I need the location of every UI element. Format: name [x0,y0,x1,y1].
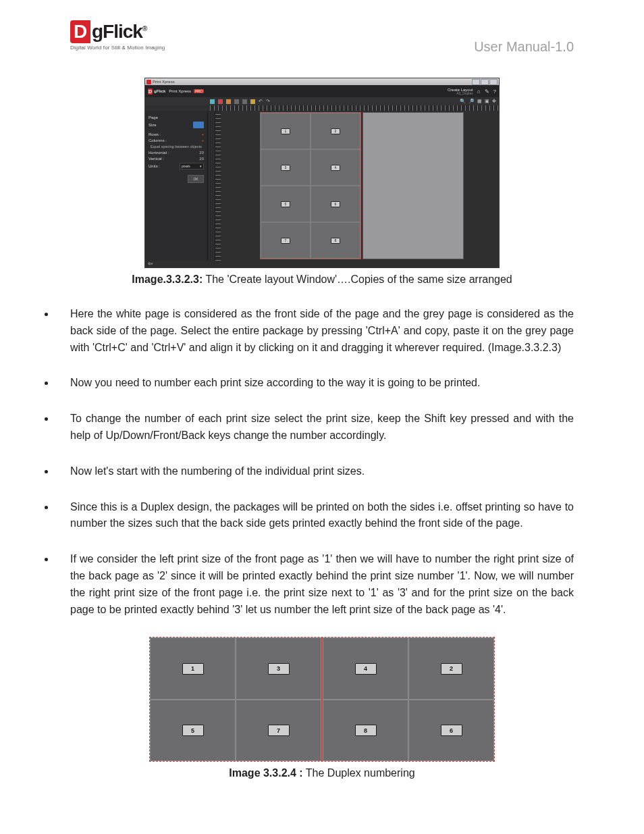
grid-cell: 5 [150,700,236,762]
rows-add-icon[interactable]: + [201,132,204,136]
brand-logo: D gFlick® Digital World for Still & Moti… [70,20,165,51]
figure2-caption: Image 3.3.2.4 : The Duplex numbering [70,767,574,779]
rows-label: Rows : [149,132,161,136]
minimize-icon[interactable] [472,79,480,85]
grid-cell: 1 [150,637,236,700]
pro-badge: PRO [194,89,204,93]
brand-text: gFlick [154,89,165,93]
cell-number: 2 [441,663,462,675]
undo-icon[interactable]: ↶ [259,99,263,104]
tool-icon[interactable] [226,99,231,104]
back-sheet[interactable] [363,112,464,259]
list-item: If we consider the left print size of th… [55,551,574,618]
cell-number[interactable]: 7 [281,238,290,244]
grid-cell: 6 [408,700,494,762]
front-page-grid: 1 3 5 7 [150,637,323,761]
window-titlebar: Print Xpress [145,78,499,85]
cell-number[interactable]: 4 [331,165,340,171]
cell-number: 3 [268,663,290,675]
chevron-down-icon: ▾ [200,164,202,168]
units-select[interactable]: pixels▾ [180,163,204,170]
cell-number: 1 [182,663,204,675]
tool-icon[interactable] [234,99,239,104]
grid-cell: 7 [236,700,321,762]
horiz-label: Horizontal : [149,151,169,155]
fit-icon[interactable]: ▦ [477,99,482,104]
app-bar: D gFlick Print Xpress PRO Create Layout … [145,85,499,97]
canvas[interactable]: 1 2 3 4 5 6 7 8 [221,111,499,261]
pin-icon[interactable]: ✎ [485,88,489,95]
cell-number[interactable]: 2 [331,128,340,134]
units-label: Units : [149,164,160,168]
cell-number: 4 [355,663,377,675]
logo-registered: ® [142,25,146,32]
grid-button[interactable] [193,122,204,128]
cell-number: 6 [441,725,462,736]
units-value: pixels [182,164,190,168]
page-label: Page [149,115,158,120]
ruler-vertical [215,111,221,261]
grid-cell: 3 [236,637,321,700]
close-icon[interactable] [489,79,498,85]
window-controls[interactable] [472,79,498,85]
instruction-list: Here the white page is considered as the… [70,306,574,618]
cols-add-icon[interactable]: + [201,138,204,142]
logo-word: gFlick [92,21,142,42]
side-panel: Page Size Rows :+ Columns :+ Equal spaci… [145,111,207,261]
help-icon[interactable]: ? [493,88,496,95]
tool-icon[interactable] [242,99,247,104]
list-item: Now let's start with the numbering of th… [55,463,574,480]
front-sheet[interactable]: 1 2 3 4 5 6 7 8 [260,112,361,259]
tool-icon[interactable] [210,99,215,104]
product-name: Print Xpress [169,89,191,93]
grid-cell: 2 [408,637,494,700]
maximize-icon[interactable] [481,79,489,85]
grid-icon[interactable]: ▣ [485,99,489,104]
spacing-label: Equal spacing between objects [149,145,204,149]
brand-d-icon: D [148,88,153,95]
cell-number[interactable]: 8 [331,238,340,244]
back-arrow-icon[interactable]: ⇦ [148,260,153,267]
list-item: Here the white page is considered as the… [55,306,574,356]
window-title: Print Xpress [153,80,175,84]
zoom-out-icon[interactable]: 🔎 [468,99,475,104]
redo-icon[interactable]: ↷ [266,99,270,104]
cols-label: Columns : [149,138,167,142]
home-icon[interactable]: ⌂ [477,88,481,95]
duplex-numbering-figure: 1 3 5 7 4 2 8 6 [149,637,495,762]
cell-number[interactable]: 5 [281,201,290,207]
list-item: Now you need to number each print size a… [55,375,574,392]
list-item: Since this is a Duplex design, the packa… [55,499,574,533]
logo-tagline: Digital World for Still & Motion Imaging [70,45,165,51]
back-page-grid: 4 2 8 6 [323,637,494,761]
tab-strip[interactable] [207,111,215,261]
zoom-in-icon[interactable]: 🔍 [460,99,466,104]
app-icon [146,80,151,84]
list-item: To change the number of each print size … [55,411,574,444]
grid-cell: 8 [323,700,408,762]
cell-number[interactable]: 6 [331,201,340,207]
layout-name: A3_Duplex [448,92,473,95]
move-icon[interactable]: ✥ [492,99,496,104]
page-header: D gFlick® Digital World for Still & Moti… [70,20,574,55]
vert-label: Vertical : [149,157,164,161]
ok-button[interactable]: OK [188,175,204,183]
cell-number[interactable]: 3 [281,165,290,171]
toolbar: ↶ ↷ 🔍 🔎 ▦ ▣ ✥ [145,97,499,105]
figure1-caption: Image.3.3.2.3: The 'Create layout Window… [70,273,574,286]
logo-text: gFlick® [90,21,146,43]
cell-number: 5 [182,725,204,736]
cell-number[interactable]: 1 [281,128,290,134]
doc-title: User Manual-1.0 [474,20,574,55]
tool-icon[interactable] [218,99,223,104]
grid-cell: 4 [323,637,408,700]
size-label: Size [149,123,157,127]
horiz-value[interactable]: 20 [199,151,204,155]
vert-value[interactable]: 20 [199,157,204,161]
logo-d-icon: D [70,20,90,43]
cell-number: 7 [268,725,290,736]
screenshot-create-layout: Print Xpress D gFlick Print Xpress PRO C… [144,78,500,268]
cell-number: 8 [355,725,377,736]
tool-icon[interactable] [250,99,255,104]
